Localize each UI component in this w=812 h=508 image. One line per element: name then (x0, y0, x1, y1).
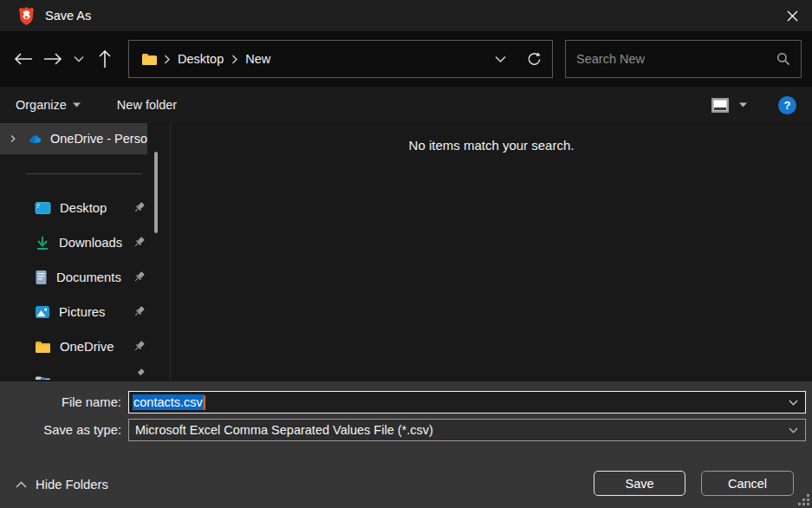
sidebar-scrollbar[interactable] (154, 152, 158, 233)
sidebar-item-label: Downloads (59, 236, 122, 250)
back-icon (14, 52, 33, 66)
close-icon (786, 10, 799, 23)
sidebar-item-label: OneDrive (60, 340, 114, 354)
text-caret (204, 395, 205, 410)
file-name-input[interactable]: contacts.csv (128, 391, 806, 414)
hide-folders-button[interactable]: Hide Folders (16, 478, 108, 492)
dialog-body: OneDrive - Perso Desktop (0, 123, 812, 381)
bottom-panel: File name: contacts.csv Save as type: Mi… (0, 381, 812, 508)
forward-button[interactable] (38, 44, 68, 74)
sidebar-item-desktop[interactable]: Desktop (0, 191, 170, 225)
breadcrumb-segment-desktop[interactable]: Desktop (176, 52, 225, 66)
shared-folder-icon (35, 368, 51, 380)
navigation-pane: OneDrive - Perso Desktop (0, 123, 170, 381)
sidebar-item-pictures[interactable]: Pictures (0, 295, 170, 329)
breadcrumb-separator-icon (164, 55, 170, 64)
chevron-down-icon (495, 55, 506, 63)
save-as-type-row: Save as type: Microsoft Excel Comma Sepa… (0, 419, 812, 441)
address-dropdown-button[interactable] (495, 55, 506, 63)
breadcrumb-segment-new[interactable]: New (244, 52, 272, 66)
address-bar[interactable]: Desktop New (128, 40, 553, 78)
refresh-icon (527, 52, 542, 67)
expand-chevron-icon[interactable] (10, 134, 16, 144)
sidebar-item-onedrive-root[interactable]: OneDrive - Perso (0, 123, 147, 154)
view-mode-button[interactable] (711, 98, 729, 113)
folder-icon (35, 341, 51, 354)
desktop-icon (35, 201, 51, 215)
sidebar-item-downloads[interactable]: Downloads (0, 225, 170, 260)
titlebar: Save As (0, 0, 812, 31)
save-as-type-value: Microsoft Excel Comma Separated Values F… (135, 423, 433, 437)
sidebar-item-label: Pictures (59, 305, 105, 319)
search-icon[interactable] (776, 52, 790, 66)
close-button[interactable] (772, 0, 812, 31)
search-input[interactable] (576, 52, 776, 66)
organize-label: Organize (16, 98, 67, 112)
toolbar: Organize New folder ? (0, 87, 812, 123)
chevron-down-icon[interactable] (789, 400, 798, 406)
onedrive-cloud-icon (28, 133, 42, 145)
pictures-icon (35, 305, 50, 319)
file-name-value: contacts.csv (133, 394, 204, 410)
file-name-label: File name: (0, 395, 125, 409)
brave-shield-icon (17, 6, 36, 26)
dropdown-triangle-icon (73, 102, 81, 107)
up-icon (98, 49, 112, 68)
new-folder-button[interactable]: New folder (117, 98, 177, 112)
help-button[interactable]: ? (778, 96, 796, 114)
sidebar-separator (26, 173, 142, 174)
forward-icon (43, 52, 62, 66)
pin-icon (133, 340, 146, 353)
empty-search-message: No items match your search. (171, 138, 812, 153)
chevron-down-icon (74, 55, 84, 62)
back-button[interactable] (9, 44, 38, 74)
sidebar-item-onedrive[interactable]: OneDrive (0, 329, 170, 364)
sidebar-item-clipped[interactable] (0, 364, 170, 380)
organize-menu-button[interactable]: Organize (16, 98, 81, 112)
documents-icon (35, 270, 48, 285)
sidebar-item-label: Documents (56, 270, 121, 284)
recent-locations-button[interactable] (68, 44, 90, 74)
refresh-button[interactable] (527, 52, 542, 67)
resize-grip[interactable] (797, 493, 809, 505)
navigation-bar: Desktop New (0, 31, 812, 87)
pin-icon (133, 368, 146, 380)
file-name-row: File name: contacts.csv (0, 391, 812, 414)
downloads-icon (35, 236, 50, 251)
search-box[interactable] (565, 40, 802, 78)
save-as-dialog: Save As Desktop (0, 0, 812, 508)
chevron-up-icon (16, 481, 27, 488)
sidebar-item-documents[interactable]: Documents (0, 260, 170, 295)
breadcrumb-separator-icon (231, 55, 237, 64)
pin-icon (133, 236, 146, 249)
sidebar-pinned-list: Desktop Downloads (0, 191, 170, 380)
hide-folders-label: Hide Folders (36, 478, 108, 492)
chevron-down-icon[interactable] (789, 427, 798, 433)
save-as-type-select[interactable]: Microsoft Excel Comma Separated Values F… (128, 419, 806, 441)
new-folder-label: New folder (117, 98, 177, 112)
pin-icon (133, 201, 146, 214)
pin-icon (133, 270, 146, 283)
view-dropdown-button[interactable] (739, 102, 747, 107)
view-mode-icon (714, 101, 726, 110)
sidebar-item-label: Desktop (60, 201, 107, 215)
file-list-area[interactable]: No items match your search. (170, 123, 812, 381)
sidebar-item-label: OneDrive - Perso (50, 132, 147, 146)
save-button[interactable]: Save (594, 471, 685, 496)
window-title: Save As (45, 9, 91, 23)
cancel-button[interactable]: Cancel (701, 471, 794, 496)
pin-icon (133, 305, 146, 318)
save-as-type-label: Save as type: (0, 423, 125, 437)
up-button[interactable] (90, 44, 120, 74)
folder-icon (141, 53, 158, 66)
